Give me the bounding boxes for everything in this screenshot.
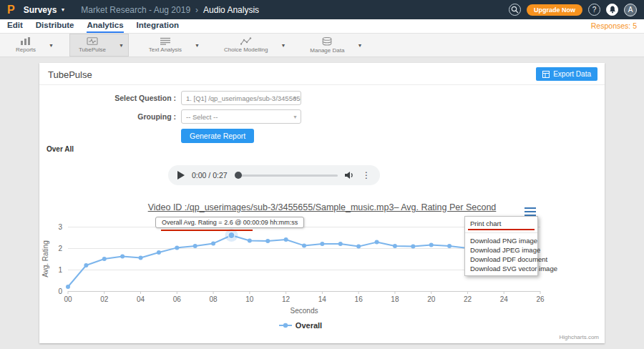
chart-context-menu: Print chart Download PNG image Download … [464, 216, 538, 276]
svg-text:26: 26 [536, 295, 545, 303]
audio-seek-slider[interactable] [235, 174, 338, 177]
divider [39, 84, 605, 85]
bell-icon [609, 6, 616, 14]
menu-item-download-png[interactable]: Download PNG image [465, 236, 537, 245]
tubepulse-dropdown-caret[interactable]: ▼ [114, 43, 128, 48]
highcharts-credit[interactable]: Highcharts.com [559, 334, 599, 340]
text-analysis-label: Text Analysis [149, 46, 182, 53]
svg-text:3: 3 [58, 223, 62, 231]
volume-icon[interactable] [345, 171, 355, 180]
audio-time: 0:00 / 0:27 [192, 171, 228, 180]
text-analysis-icon [160, 37, 171, 45]
svg-text:00: 00 [64, 295, 72, 303]
annotation-underline-tooltip [161, 230, 253, 231]
questionpro-logo[interactable]: P [7, 4, 15, 16]
choice-modelling-button[interactable]: Choice Modelling [215, 34, 276, 56]
breadcrumb-parent[interactable]: Market Research - Aug 2019 [81, 5, 190, 15]
svg-text:1: 1 [58, 266, 62, 274]
tubepulse-button[interactable]: TubePulse [70, 34, 114, 56]
grouping-dropdown[interactable]: -- Select -- ▼ [181, 109, 301, 124]
manage-data-dropdown-caret[interactable]: ▼ [353, 43, 366, 48]
panel-title: TubePulse [48, 69, 92, 80]
chart-hamburger-menu[interactable] [525, 207, 536, 216]
avatar[interactable]: A [624, 4, 637, 16]
svg-text:Seconds: Seconds [291, 307, 318, 315]
choice-modelling-icon [240, 37, 252, 45]
reports-dropdown-caret[interactable]: ▼ [44, 43, 58, 48]
chart-title: Video ID :/qp_userimages/sub-3/3455655/S… [39, 202, 605, 212]
svg-text:16: 16 [355, 295, 364, 303]
annotation-underline-print [468, 229, 535, 230]
surveys-dropdown[interactable]: Surveys ▼ [24, 5, 66, 15]
select-question-value: 1. [Q1] /qp_userimages/sub-3/3455655/S..… [186, 94, 301, 102]
generate-report-button[interactable]: Generate Report [181, 129, 254, 143]
svg-text:02: 02 [100, 295, 109, 303]
menu-item-download-pdf[interactable]: Download PDF document [465, 255, 537, 264]
reports-button[interactable]: Reports [7, 34, 44, 56]
breadcrumb-current: Audio Analysis [203, 5, 259, 15]
select-question-dropdown[interactable]: 1. [Q1] /qp_userimages/sub-3/3455655/S..… [181, 91, 301, 105]
play-icon[interactable] [177, 171, 185, 180]
manage-data-label: Manage Data [310, 47, 344, 54]
text-analysis-button[interactable]: Text Analysis [140, 34, 190, 56]
svg-text:08: 08 [210, 295, 218, 303]
svg-text:24: 24 [500, 295, 509, 303]
audio-player: 0:00 / 0:27 ⋮ [168, 165, 380, 185]
toolbar-group-manage-data: Manage Data ▼ [301, 34, 366, 56]
reports-icon [20, 37, 31, 45]
menu-item-download-jpeg[interactable]: Download JPEG image [465, 245, 537, 255]
grouping-row: Grouping : -- Select -- ▼ [39, 109, 301, 124]
header-actions: Upgrade Now ? A [509, 4, 637, 16]
svg-text:20: 20 [427, 295, 436, 303]
nav-integration[interactable]: Integration [137, 21, 179, 33]
menu-item-download-svg[interactable]: Download SVG vector image [465, 264, 537, 273]
export-data-button[interactable]: Export Data [536, 67, 597, 81]
help-button[interactable]: ? [588, 4, 600, 16]
manage-data-icon [321, 37, 333, 46]
grouping-value: -- Select -- [186, 113, 218, 121]
svg-text:18: 18 [391, 295, 399, 303]
nav-distribute[interactable]: Distribute [36, 21, 74, 33]
tubepulse-label: TubePulse [79, 46, 106, 53]
menu-item-print-chart[interactable]: Print chart [465, 219, 537, 228]
group-heading: Over All [47, 145, 74, 153]
chart-legend[interactable]: Overall [39, 321, 562, 330]
tubepulse-panel: TubePulse Export Data Select Question : … [39, 63, 605, 343]
select-question-label: Select Question : [39, 94, 181, 102]
export-label: Export Data [553, 70, 591, 78]
audio-overflow-menu-icon[interactable]: ⋮ [362, 171, 371, 180]
svg-text:Avg. Rating: Avg. Rating [42, 240, 49, 277]
grouping-label: Grouping : [39, 112, 181, 121]
svg-text:04: 04 [137, 295, 145, 303]
choice-modelling-dropdown-caret[interactable]: ▼ [276, 43, 290, 48]
chart-tooltip: Overall Avg. Rating = 2.6 @ 00:00:09 hh:… [155, 217, 304, 228]
breadcrumb-separator-icon: › [195, 5, 198, 15]
export-icon [542, 71, 550, 78]
chevron-down-icon: ▼ [293, 114, 298, 119]
surveys-label: Surveys [24, 5, 57, 15]
svg-text:06: 06 [173, 295, 182, 303]
hamburger-icon [525, 207, 536, 209]
legend-label: Overall [296, 321, 322, 330]
nav-edit[interactable]: Edit [7, 21, 23, 33]
svg-text:14: 14 [318, 295, 327, 303]
responses-count: Responses: 5 [591, 21, 637, 33]
svg-text:2: 2 [58, 245, 62, 252]
text-analysis-dropdown-caret[interactable]: ▼ [190, 43, 204, 48]
notifications-button[interactable] [606, 4, 618, 16]
upgrade-now-button[interactable]: Upgrade Now [527, 4, 582, 16]
audio-seek-thumb[interactable] [235, 172, 242, 179]
tooltip-text: Overall Avg. Rating = 2.6 @ 00:00:09 hh:… [162, 219, 298, 226]
search-button[interactable] [509, 4, 521, 16]
toolbar-group-text-analysis: Text Analysis ▼ [140, 34, 204, 56]
choice-modelling-label: Choice Modelling [224, 46, 268, 53]
svg-text:22: 22 [464, 295, 472, 303]
toolbar-group-tubepulse: TubePulse ▼ [69, 34, 129, 56]
svg-text:0: 0 [58, 287, 62, 295]
search-icon [511, 6, 519, 14]
svg-text:10: 10 [245, 295, 254, 303]
nav-analytics[interactable]: Analytics [87, 21, 123, 33]
chevron-down-icon: ▼ [293, 96, 298, 101]
manage-data-button[interactable]: Manage Data [301, 34, 353, 56]
svg-text:12: 12 [282, 295, 291, 303]
